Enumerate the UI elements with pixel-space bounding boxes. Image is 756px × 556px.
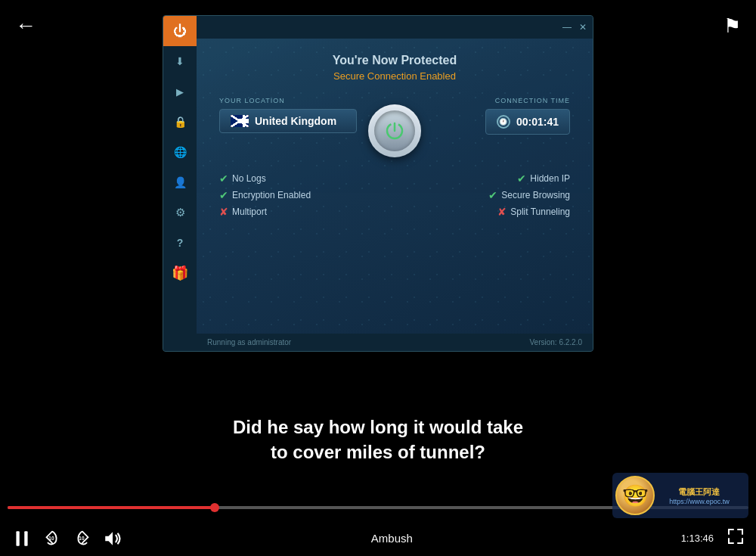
- vpn-connection-section: CONNECTION TIME 🕐 00:01:41: [432, 97, 570, 135]
- cross-icon: ✘: [497, 206, 507, 218]
- svg-text:10: 10: [48, 535, 54, 540]
- vpn-window: ⏻ ⬇ ▶ 🔒 🌐 👤 ⚙ ? 🎁 — ✕ You're Now Protect…: [163, 15, 593, 352]
- progress-fill: [8, 506, 215, 509]
- vpn-location-section: YOUR LOCATION United Kingdom: [219, 97, 357, 133]
- watermark-avatar: 🤓: [615, 476, 655, 515]
- back-button[interactable]: ←: [15, 14, 36, 38]
- vpn-location-label: YOUR LOCATION: [219, 97, 357, 104]
- sidebar-item-lock[interactable]: 🔒: [163, 107, 197, 137]
- feature-hidden-ip-label: Hidden IP: [530, 173, 570, 184]
- vpn-main-content: You're Now Protected Secure Connection E…: [197, 39, 593, 334]
- fullscreen-button[interactable]: [727, 528, 744, 548]
- rewind-icon: 10: [42, 529, 62, 548]
- vpn-protected-title: You're Now Protected: [219, 54, 570, 67]
- uk-flag-icon: [231, 115, 249, 127]
- sidebar-item-play[interactable]: ▶: [163, 76, 197, 107]
- vpn-power-button-inner: [374, 110, 415, 151]
- sidebar-item-help[interactable]: ?: [163, 228, 197, 258]
- subtitle-text: Did he say how long it would take to cov…: [233, 415, 523, 465]
- top-controls: ← ⚑: [0, 14, 756, 38]
- watermark: 🤓 電腦王阿達 https://www.epoc.tw: [612, 473, 748, 518]
- fullscreen-icon: [727, 528, 744, 545]
- vpn-country-name: United Kingdom: [255, 115, 336, 127]
- subtitle-line2: to cover miles of tunnel?: [271, 442, 485, 462]
- vpn-sidebar: ⏻ ⬇ ▶ 🔒 🌐 👤 ⚙ ? 🎁: [163, 16, 197, 351]
- rewind-button[interactable]: 10: [42, 529, 62, 548]
- vpn-features-left: ✔ No Logs ✔ Encryption Enabled ✘ Multipo…: [219, 172, 395, 222]
- feature-no-logs: ✔ No Logs: [219, 172, 395, 185]
- feature-multiport-label: Multiport: [232, 207, 267, 217]
- feature-secure-browsing-label: Secure Browsing: [501, 190, 570, 200]
- vpn-power-button[interactable]: [368, 104, 421, 157]
- feature-secure-browsing: ✔ Secure Browsing: [395, 189, 570, 201]
- svg-rect-3: [24, 531, 27, 546]
- video-player: ← ⚑ ⏻ ⬇ ▶ 🔒 🌐 👤 ⚙ ? 🎁 — ✕ You're Now Pro…: [0, 0, 756, 556]
- power-icon: [384, 120, 405, 141]
- clock-icon: 🕐: [497, 115, 510, 129]
- forward-icon: 10: [73, 529, 92, 548]
- feature-split-tunneling: ✘ Split Tunneling: [395, 206, 570, 218]
- feature-multiport: ✘ Multiport: [219, 206, 395, 218]
- feature-hidden-ip: ✔ Hidden IP: [395, 172, 570, 185]
- vpn-features-right: ✔ Hidden IP ✔ Secure Browsing ✘ Split Tu…: [395, 172, 570, 222]
- vpn-info-row: YOUR LOCATION United Kingdom: [219, 97, 570, 157]
- vpn-footer: Running as administrator Version: 6.2.2.…: [197, 334, 593, 351]
- subtitle-line1: Did he say how long it would take: [233, 417, 523, 437]
- check-icon: ✔: [219, 189, 228, 201]
- feature-no-logs-label: No Logs: [232, 173, 266, 184]
- vpn-connection-label: CONNECTION TIME: [432, 97, 570, 104]
- sidebar-item-settings[interactable]: ⚙: [163, 197, 197, 228]
- feature-encryption-label: Encryption Enabled: [232, 190, 311, 200]
- check-icon: ✔: [488, 189, 497, 201]
- flag-button[interactable]: ⚑: [723, 14, 741, 38]
- check-icon: ✔: [219, 172, 228, 185]
- pause-icon: [12, 529, 32, 548]
- svg-text:10: 10: [79, 535, 85, 540]
- vpn-location-button[interactable]: United Kingdom: [219, 109, 357, 133]
- vpn-time-display: 🕐 00:01:41: [485, 109, 570, 135]
- sidebar-item-gift[interactable]: 🎁: [163, 258, 197, 288]
- pause-button[interactable]: [12, 529, 32, 548]
- cross-icon: ✘: [219, 206, 228, 218]
- vpn-admin-text: Running as administrator: [207, 338, 291, 346]
- sidebar-item-user[interactable]: 👤: [163, 167, 197, 197]
- vpn-power-center: [357, 104, 432, 157]
- sidebar-item-download[interactable]: ⬇: [163, 46, 197, 76]
- feature-encryption: ✔ Encryption Enabled: [219, 189, 395, 201]
- watermark-url: https://www.epoc.tw: [669, 498, 730, 505]
- bottom-controls: 10 10 Ambush 1:13:46: [0, 528, 756, 548]
- check-icon: ✔: [517, 172, 526, 185]
- feature-split-tunneling-label: Split Tunneling: [510, 207, 570, 217]
- svg-rect-2: [16, 531, 19, 546]
- watermark-brand: 電腦王阿達: [678, 486, 720, 498]
- vpn-version-text: Version: 6.2.2.0: [530, 338, 583, 346]
- vpn-time-value: 00:01:41: [516, 116, 559, 128]
- forward-button[interactable]: 10: [73, 529, 92, 548]
- progress-dot: [210, 503, 219, 512]
- time-display: 1:13:46: [681, 533, 714, 544]
- video-title: Ambush: [103, 532, 681, 545]
- vpn-connection-status: Secure Connection Enabled: [219, 70, 570, 82]
- sidebar-item-globe[interactable]: 🌐: [163, 137, 197, 167]
- vpn-features: ✔ No Logs ✔ Encryption Enabled ✘ Multipo…: [219, 172, 570, 222]
